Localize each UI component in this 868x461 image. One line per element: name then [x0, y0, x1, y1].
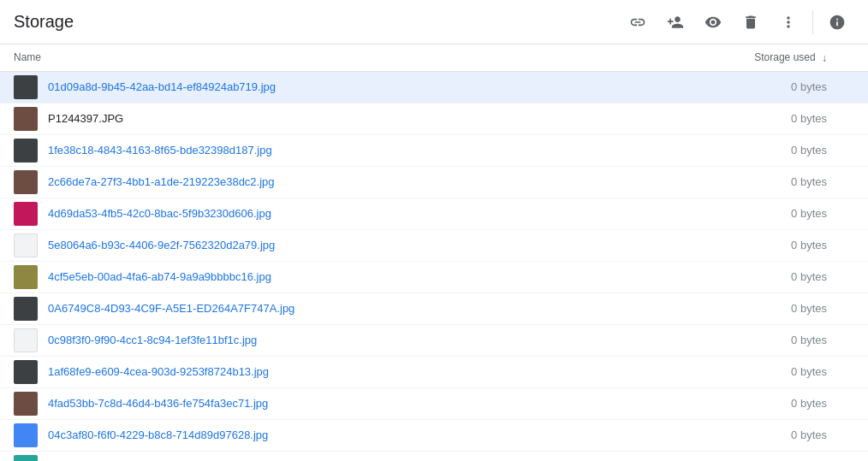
name-cell-content: P1244397.JPG — [14, 107, 601, 131]
name-cell: 1fe38c18-4843-4163-8f65-bde32398d187.jpg — [0, 134, 615, 166]
file-thumbnail — [14, 202, 38, 226]
file-name-link[interactable]: 5e8064a6-b93c-4406-9e2f-7562320d2a79.jpg — [48, 239, 275, 251]
more-icon — [780, 14, 797, 31]
name-cell: P1244397.JPG — [0, 103, 615, 134]
name-cell-content: 01d09a8d-9b45-42aa-bd14-ef84924ab719.jpg — [14, 75, 601, 99]
name-cell-content: 5e8064a6-b93c-4406-9e2f-7562320d2a79.jpg — [14, 233, 601, 257]
storage-cell: 0 bytes — [615, 324, 868, 356]
storage-cell: 0 bytes — [615, 356, 868, 387]
storage-cell: 0 bytes — [615, 419, 868, 451]
file-thumbnail — [14, 360, 38, 384]
table-row[interactable]: 4fad53bb-7c8d-46d4-b436-fe754fa3ec71.jpg… — [0, 387, 868, 419]
file-thumbnail — [14, 170, 38, 194]
name-cell-content: 4fad53bb-7c8d-46d4-b436-fe754fa3ec71.jpg — [14, 392, 601, 416]
share-button[interactable] — [658, 5, 693, 39]
file-thumbnail — [14, 139, 38, 163]
name-cell-content: 1fe38c18-4843-4163-8f65-bde32398d187.jpg — [14, 139, 601, 163]
name-column-header[interactable]: Name — [0, 44, 615, 71]
file-name-link[interactable]: 1af68fe9-e609-4cea-903d-9253f8724b13.jpg — [48, 365, 269, 378]
name-cell-content: 04c3af80-f6f0-4229-b8c8-714d89d97628.jpg — [14, 423, 601, 447]
file-thumbnail — [14, 423, 38, 447]
table-row[interactable]: 1fe38c18-4843-4163-8f65-bde32398d187.jpg… — [0, 134, 868, 166]
delete-icon — [742, 14, 759, 31]
file-name-link[interactable]: 1fe38c18-4843-4163-8f65-bde32398d187.jpg — [48, 144, 272, 157]
file-name-link[interactable]: 0c98f3f0-9f90-4cc1-8c94-1ef3fe11bf1c.jpg — [48, 334, 257, 346]
storage-column-header[interactable]: Storage used ↓ — [615, 44, 868, 71]
header: Storage — [0, 0, 868, 44]
name-cell: 01d09a8d-9b45-42aa-bd14-ef84924ab719.jpg — [0, 71, 615, 103]
name-cell: 4d69da53-4fb5-42c0-8bac-5f9b3230d606.jpg — [0, 198, 615, 229]
preview-button[interactable] — [696, 5, 730, 39]
storage-cell: 0 bytes — [615, 229, 868, 261]
name-cell-content: 0c98f3f0-9f90-4cc1-8c94-1ef3fe11bf1c.jpg — [14, 328, 601, 352]
file-name-link[interactable]: 01d09a8d-9b45-42aa-bd14-ef84924ab719.jpg — [48, 80, 276, 93]
file-name-link[interactable]: 04c3af80-f6f0-4229-b8c8-714d89d97628.jpg — [48, 428, 268, 441]
storage-cell: 0 bytes — [615, 134, 868, 166]
table-row[interactable]: 0c98f3f0-9f90-4cc1-8c94-1ef3fe11bf1c.jpg… — [0, 324, 868, 356]
app-container: Storage — [0, 0, 868, 461]
storage-cell: 0 bytes — [615, 71, 868, 103]
name-cell: 0A6749C8-4D93-4C9F-A5E1-ED264A7F747A.jpg — [0, 293, 615, 324]
file-name-link[interactable]: 4fad53bb-7c8d-46d4-b436-fe754fa3ec71.jpg — [48, 397, 268, 410]
file-thumbnail — [14, 265, 38, 289]
link-button[interactable] — [621, 5, 655, 39]
file-table-body: 01d09a8d-9b45-42aa-bd14-ef84924ab719.jpg… — [0, 71, 868, 461]
table-row[interactable]: 4cf5e5eb-00ad-4fa6-ab74-9a9a9bbbbc16.jpg… — [0, 261, 868, 293]
add-person-icon — [667, 14, 684, 31]
table-row[interactable]: 2c66de7a-27f3-4bb1-a1de-219223e38dc2.jpg… — [0, 166, 868, 198]
file-name-link[interactable]: 4cf5e5eb-00ad-4fa6-ab74-9a9a9bbbbc16.jpg — [48, 270, 271, 283]
table-row[interactable]: P1244397.JPG0 bytes — [0, 103, 868, 134]
header-actions — [621, 5, 854, 39]
info-icon — [829, 14, 846, 31]
name-cell: 5e8064a6-b93c-4406-9e2f-7562320d2a79.jpg — [0, 229, 615, 261]
file-thumbnail — [14, 297, 38, 321]
file-table: Name Storage used ↓ 01d09a8d-9b45-42aa-b… — [0, 44, 868, 461]
name-cell: 04c3af80-f6f0-4229-b8c8-714d89d97628.jpg — [0, 419, 615, 451]
header-divider — [812, 10, 813, 34]
table-row[interactable]: j.olsen.JPG0 bytes — [0, 451, 868, 461]
name-cell: 2c66de7a-27f3-4bb1-a1de-219223e38dc2.jpg — [0, 166, 615, 198]
file-thumbnail — [14, 392, 38, 416]
file-thumbnail — [14, 107, 38, 131]
page-title: Storage — [14, 12, 74, 32]
name-cell-content: 1af68fe9-e609-4cea-903d-9253f8724b13.jpg — [14, 360, 601, 384]
more-options-button[interactable] — [771, 5, 806, 39]
table-row[interactable]: 0A6749C8-4D93-4C9F-A5E1-ED264A7F747A.jpg… — [0, 293, 868, 324]
name-cell-content: 0A6749C8-4D93-4C9F-A5E1-ED264A7F747A.jpg — [14, 297, 601, 321]
file-list-container[interactable]: Name Storage used ↓ 01d09a8d-9b45-42aa-b… — [0, 44, 868, 461]
name-cell: 1af68fe9-e609-4cea-903d-9253f8724b13.jpg — [0, 356, 615, 387]
file-thumbnail — [14, 75, 38, 99]
table-row[interactable]: 01d09a8d-9b45-42aa-bd14-ef84924ab719.jpg… — [0, 71, 868, 103]
file-name-link[interactable]: 2c66de7a-27f3-4bb1-a1de-219223e38dc2.jpg — [48, 175, 275, 188]
name-cell-content: j.olsen.JPG — [14, 455, 601, 461]
table-row[interactable]: 04c3af80-f6f0-4229-b8c8-714d89d97628.jpg… — [0, 419, 868, 451]
name-cell: 0c98f3f0-9f90-4cc1-8c94-1ef3fe11bf1c.jpg — [0, 324, 615, 356]
name-cell-content: 4d69da53-4fb5-42c0-8bac-5f9b3230d606.jpg — [14, 202, 601, 226]
storage-cell: 0 bytes — [615, 261, 868, 293]
file-name-link[interactable]: 0A6749C8-4D93-4C9F-A5E1-ED264A7F747A.jpg — [48, 302, 294, 315]
table-row[interactable]: 5e8064a6-b93c-4406-9e2f-7562320d2a79.jpg… — [0, 229, 868, 261]
table-row[interactable]: 4d69da53-4fb5-42c0-8bac-5f9b3230d606.jpg… — [0, 198, 868, 229]
file-name-link[interactable]: 4d69da53-4fb5-42c0-8bac-5f9b3230d606.jpg — [48, 207, 271, 220]
name-cell: 4fad53bb-7c8d-46d4-b436-fe754fa3ec71.jpg — [0, 387, 615, 419]
storage-cell: 0 bytes — [615, 387, 868, 419]
delete-button[interactable] — [734, 5, 768, 39]
name-cell: j.olsen.JPG — [0, 451, 615, 461]
name-cell-content: 4cf5e5eb-00ad-4fa6-ab74-9a9a9bbbbc16.jpg — [14, 265, 601, 289]
table-header-row: Name Storage used ↓ — [0, 44, 868, 71]
storage-cell: 0 bytes — [615, 103, 868, 134]
link-icon — [629, 14, 646, 31]
storage-cell: 0 bytes — [615, 198, 868, 229]
file-name-text: P1244397.JPG — [48, 112, 123, 125]
name-cell-content: 2c66de7a-27f3-4bb1-a1de-219223e38dc2.jpg — [14, 170, 601, 194]
sort-arrow-icon: ↓ — [822, 52, 827, 64]
preview-icon — [705, 14, 722, 31]
file-thumbnail — [14, 455, 38, 461]
storage-cell: 0 bytes — [615, 451, 868, 461]
file-thumbnail — [14, 233, 38, 257]
name-cell: 4cf5e5eb-00ad-4fa6-ab74-9a9a9bbbbc16.jpg — [0, 261, 615, 293]
info-button[interactable] — [820, 5, 854, 39]
storage-cell: 0 bytes — [615, 293, 868, 324]
file-thumbnail — [14, 328, 38, 352]
table-row[interactable]: 1af68fe9-e609-4cea-903d-9253f8724b13.jpg… — [0, 356, 868, 387]
